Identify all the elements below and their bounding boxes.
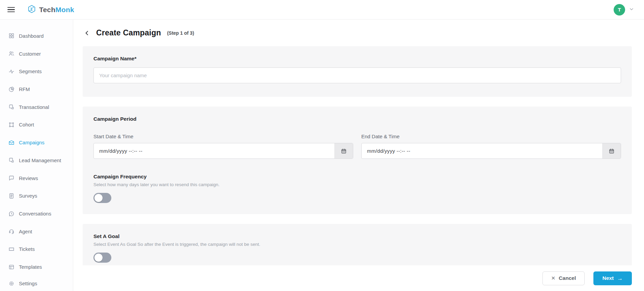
end-date-label: End Date & Time <box>361 134 621 139</box>
hamburger-menu-icon[interactable] <box>7 7 15 12</box>
sidebar-item-segments[interactable]: Segments <box>0 62 73 80</box>
sidebar-item-lead-management[interactable]: Lead Management <box>0 151 73 169</box>
sidebar-item-conversations[interactable]: Conversations <box>0 205 73 223</box>
copy-doc-icon <box>8 157 15 163</box>
top-bar: TechMonk T <box>0 0 644 20</box>
page-title: Create Campaign <box>96 28 161 37</box>
sidebar-item-tickets[interactable]: Tickets <box>0 240 73 258</box>
layout-icon <box>8 264 15 270</box>
document-icon <box>8 193 15 199</box>
set-goal-toggle[interactable] <box>93 253 111 263</box>
sidebar-item-campaigns[interactable]: Campaigns <box>0 134 73 151</box>
headset-icon <box>8 228 15 234</box>
sidebar-item-cohort[interactable]: Cohort <box>0 116 73 134</box>
chevron-down-icon[interactable] <box>629 7 634 13</box>
dashboard-grid-icon <box>8 33 15 39</box>
sidebar-item-rfm[interactable]: RFM <box>0 80 73 98</box>
ticket-icon <box>8 246 15 252</box>
gear-icon <box>8 281 15 287</box>
cancel-button[interactable]: ✕ Cancel <box>542 271 585 285</box>
sidebar-item-dashboard[interactable]: Dashboard <box>0 27 73 45</box>
sidebar-item-agent[interactable]: Agent <box>0 223 73 240</box>
sidebar-item-reviews[interactable]: Reviews <box>0 169 73 187</box>
sidebar-item-surveys[interactable]: Surveys <box>0 187 73 205</box>
campaign-period-heading: Campaign Period <box>93 116 621 122</box>
set-goal-subtitle: Select Event As Goal So after the Event … <box>93 242 621 247</box>
start-date-input[interactable]: mm/dd/yyyy --:-- -- <box>93 143 353 159</box>
cohort-icon <box>8 122 15 128</box>
pie-chart-icon <box>8 86 15 92</box>
sidebar-item-templates[interactable]: Templates <box>0 258 73 276</box>
campaign-frequency-subtitle: Select how many days later you want to r… <box>93 182 621 187</box>
sidebar-item-customer[interactable]: Customer <box>0 45 73 63</box>
campaign-name-label: Campaign Name* <box>93 56 621 62</box>
copy-doc-icon <box>8 104 15 110</box>
sidebar-nav: Dashboard Customer Segments RFM Transact… <box>0 20 73 291</box>
end-date-input[interactable]: mm/dd/yyyy --:-- -- <box>361 143 621 159</box>
brand-name: TechMonk <box>39 6 74 14</box>
logo-cube-icon <box>27 4 36 15</box>
activity-icon <box>8 68 15 75</box>
app-window: TechMonk T Dashboard Customer Segments R… <box>0 0 644 291</box>
step-indicator: (Step 1 of 3) <box>167 30 194 36</box>
sidebar-item-transactional[interactable]: Transactional <box>0 98 73 116</box>
end-date-field: End Date & Time mm/dd/yyyy --:-- -- <box>361 134 621 159</box>
main-area: Create Campaign (Step 1 of 3) Campaign N… <box>73 20 644 291</box>
arrow-right-icon: → <box>617 275 623 281</box>
campaign-name-input[interactable] <box>93 67 621 83</box>
chat-bubble-icon <box>8 175 15 181</box>
start-date-label: Start Date & Time <box>93 134 353 139</box>
calendar-icon[interactable] <box>602 143 621 158</box>
sidebar-item-settings[interactable]: Settings <box>0 276 73 291</box>
campaign-frequency-heading: Campaign Frequency <box>93 174 621 180</box>
next-button[interactable]: Next → <box>593 271 632 285</box>
campaign-name-card: Campaign Name* <box>83 46 632 97</box>
campaign-period-card: Campaign Period Start Date & Time mm/dd/… <box>83 107 632 214</box>
campaign-frequency-block: Campaign Frequency Select how many days … <box>93 174 621 203</box>
footer-action-bar: ✕ Cancel Next → <box>73 265 644 291</box>
start-date-field: Start Date & Time mm/dd/yyyy --:-- -- <box>93 134 353 159</box>
chat-clock-icon <box>8 211 15 217</box>
close-icon: ✕ <box>551 275 556 281</box>
campaign-frequency-toggle[interactable] <box>93 193 111 203</box>
set-goal-heading: Set A Goal <box>93 233 621 239</box>
user-avatar[interactable]: T <box>614 4 625 16</box>
campaign-mail-icon <box>8 140 15 146</box>
page-header: Create Campaign (Step 1 of 3) <box>83 28 632 37</box>
brand-logo[interactable]: TechMonk <box>27 4 74 15</box>
calendar-icon[interactable] <box>334 143 353 158</box>
back-icon[interactable] <box>83 29 91 37</box>
customers-icon <box>8 51 15 57</box>
